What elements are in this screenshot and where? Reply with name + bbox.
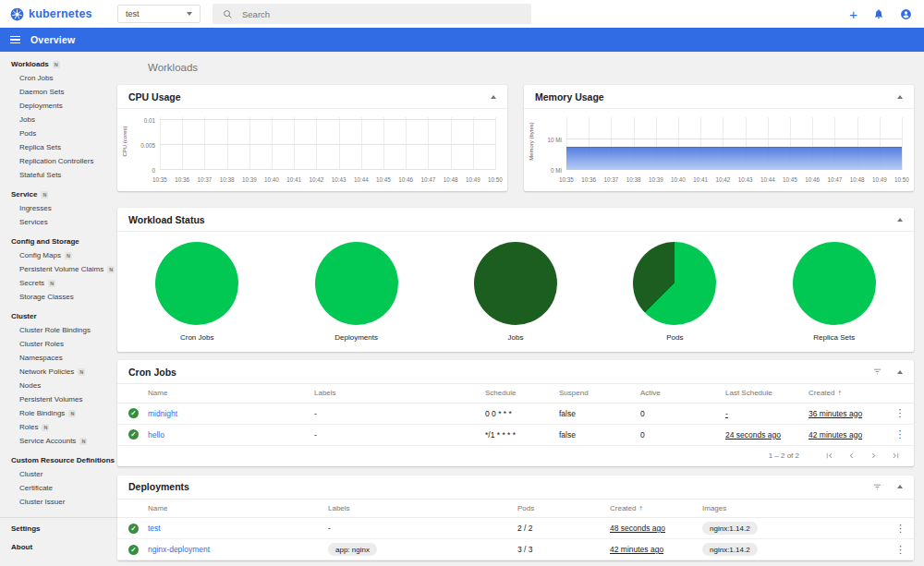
row-actions-button[interactable]: ⋮ xyxy=(886,428,914,440)
column-header-created[interactable]: Created↑ xyxy=(808,384,886,403)
cron-jobs-title: Cron Jobs xyxy=(128,367,872,378)
sort-ascending-icon: ↑ xyxy=(638,504,642,512)
x-tick-label: 10:43 xyxy=(738,176,753,183)
filter-icon[interactable] xyxy=(872,482,882,492)
sidebar-item-cluster-issuer[interactable]: Cluster Issuer xyxy=(0,495,117,509)
column-header-active[interactable]: Active xyxy=(640,384,725,403)
column-header-labels[interactable]: Labels xyxy=(314,384,485,403)
last-page-button[interactable] xyxy=(884,451,906,461)
collapse-caret-icon[interactable] xyxy=(897,218,903,222)
cell-last-schedule: 24 seconds ago xyxy=(725,430,781,440)
next-page-button[interactable] xyxy=(862,451,884,461)
collapse-caret-icon[interactable] xyxy=(897,485,903,488)
x-tick-label: 10:48 xyxy=(850,176,865,183)
collapse-caret-icon[interactable] xyxy=(897,370,903,374)
cell-last-schedule: - xyxy=(725,409,728,418)
cell-created: 42 minutes ago xyxy=(610,545,663,554)
sidebar-item-label: Cluster xyxy=(19,470,43,478)
kubernetes-wordmark: kubernetes xyxy=(29,7,92,20)
first-page-button[interactable] xyxy=(818,451,840,461)
deployment-name-link[interactable]: test xyxy=(148,524,161,533)
sidebar-item-cron-jobs[interactable]: Cron Jobs xyxy=(0,71,117,85)
deployment-name-link[interactable]: nginx-deployment xyxy=(148,545,210,554)
sidebar-item-roles[interactable]: RolesN xyxy=(0,420,117,434)
sidebar-item-stateful-sets[interactable]: Stateful Sets xyxy=(0,168,117,182)
sidebar-item-nodes[interactable]: Nodes xyxy=(0,379,117,392)
sidebar-item-ingresses[interactable]: Ingresses xyxy=(0,201,117,215)
pie-chart-jobs[interactable] xyxy=(474,242,557,325)
x-tick-label: 10:46 xyxy=(398,176,413,183)
sidebar-item-cluster-role-bindings[interactable]: Cluster Role Bindings xyxy=(0,323,117,337)
column-header-name[interactable]: Name xyxy=(148,384,314,403)
column-header-schedule[interactable]: Schedule xyxy=(485,384,559,403)
sidebar-group-service[interactable]: ServiceN xyxy=(0,187,117,201)
sidebar-item-replica-sets[interactable]: Replica Sets xyxy=(0,140,117,154)
sidebar-item-storage-classes[interactable]: Storage Classes xyxy=(0,290,117,304)
sidebar-item-label: Certificate xyxy=(19,484,53,492)
row-actions-button[interactable]: ⋮ xyxy=(887,544,914,556)
sidebar-nav: WorkloadsNCron JobsDaemon SetsDeployment… xyxy=(0,52,117,566)
sidebar-item-cluster[interactable]: Cluster xyxy=(0,467,117,481)
pie-chart-cron-jobs[interactable] xyxy=(155,242,238,325)
sidebar-item-pods[interactable]: Pods xyxy=(0,126,117,140)
cronjob-name-link[interactable]: midnight xyxy=(148,409,177,418)
sidebar-group-workloads[interactable]: WorkloadsN xyxy=(0,57,117,71)
column-header-pods[interactable]: Pods xyxy=(517,500,610,518)
sidebar-item-secrets[interactable]: SecretsN xyxy=(0,276,117,290)
sidebar-group-cluster[interactable]: Cluster xyxy=(0,309,117,323)
cronjob-name-link[interactable]: hello xyxy=(148,430,164,440)
namespace-selector[interactable]: test xyxy=(117,5,201,23)
sidebar-item-certificate[interactable]: Certificate xyxy=(0,481,117,495)
menu-button[interactable] xyxy=(10,36,20,44)
sidebar-item-replication-controllers[interactable]: Replication Controllers xyxy=(0,154,117,168)
sidebar-item-cluster-roles[interactable]: Cluster Roles xyxy=(0,337,117,351)
sidebar-item-settings[interactable]: Settings xyxy=(0,521,117,536)
user-account-icon[interactable] xyxy=(900,8,912,20)
x-tick-label: 10:44 xyxy=(760,176,775,183)
filter-icon[interactable] xyxy=(872,367,882,377)
column-header-suspend[interactable]: Suspend xyxy=(559,384,640,403)
column-header-last-schedule[interactable]: Last Schedule xyxy=(725,384,808,403)
sidebar-item-daemon-sets[interactable]: Daemon Sets xyxy=(0,85,117,99)
sidebar-item-deployments[interactable]: Deployments xyxy=(0,99,117,113)
sidebar-group-config-and-storage[interactable]: Config and Storage xyxy=(0,235,117,248)
search-bar[interactable] xyxy=(213,4,531,24)
row-actions-button[interactable]: ⋮ xyxy=(886,407,914,419)
sidebar-item-config-maps[interactable]: Config MapsN xyxy=(0,248,117,262)
brand[interactable]: kubernetes xyxy=(0,7,117,21)
x-tick-label: 10:40 xyxy=(671,176,686,183)
previous-page-button[interactable] xyxy=(840,451,862,461)
row-actions-button[interactable]: ⋮ xyxy=(887,523,914,535)
sidebar-item-network-policies[interactable]: Network PoliciesN xyxy=(0,365,117,379)
kubernetes-logo-icon xyxy=(10,7,24,21)
pie-label: Replica Sets xyxy=(813,333,855,342)
sidebar-group-custom-resource-definitions[interactable]: Custom Resource Definitions xyxy=(0,453,117,467)
search-input[interactable] xyxy=(242,9,521,19)
chevron-down-icon xyxy=(187,12,192,16)
sidebar-item-jobs[interactable]: Jobs xyxy=(0,113,117,126)
sidebar-item-persistent-volume-claims[interactable]: Persistent Volume ClaimsN xyxy=(0,262,117,276)
column-header-images[interactable]: Images xyxy=(702,500,887,518)
pie-chart-replica-sets[interactable] xyxy=(793,242,876,325)
sidebar-item-services[interactable]: Services xyxy=(0,215,117,229)
sidebar-item-namespaces[interactable]: Namespaces xyxy=(0,351,117,365)
sidebar-item-persistent-volumes[interactable]: Persistent Volumes xyxy=(0,392,117,406)
column-header-labels[interactable]: Labels xyxy=(328,500,517,518)
sidebar-divider xyxy=(0,517,117,518)
add-resource-button[interactable]: + xyxy=(849,7,857,21)
notifications-bell-icon[interactable] xyxy=(873,8,884,19)
namespaced-badge: N xyxy=(41,191,48,199)
pie-chart-pods[interactable] xyxy=(633,242,716,325)
sidebar-item-label: Persistent Volume Claims xyxy=(19,265,103,273)
x-tick-label: 10:50 xyxy=(488,176,503,183)
collapse-caret-icon[interactable] xyxy=(897,95,903,99)
sidebar-item-about[interactable]: About xyxy=(0,539,117,555)
collapse-caret-icon[interactable] xyxy=(491,95,496,99)
pagination-range: 1 – 2 of 2 xyxy=(769,452,799,460)
sidebar-item-role-bindings[interactable]: Role BindingsN xyxy=(0,406,117,420)
column-header-name[interactable]: Name xyxy=(148,500,328,518)
column-header-created[interactable]: Created↑ xyxy=(610,500,702,518)
pie-chart-deployments[interactable] xyxy=(315,242,398,325)
sidebar-item-service-accounts[interactable]: Service AccountsN xyxy=(0,434,117,448)
sidebar-item-label: Network Policies xyxy=(19,367,74,376)
